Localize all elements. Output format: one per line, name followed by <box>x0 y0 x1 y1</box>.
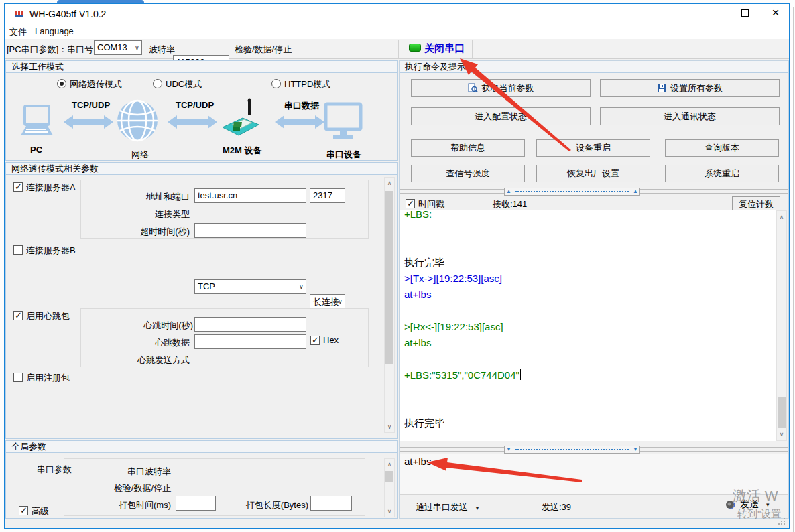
hex-label: Hex <box>323 335 339 345</box>
reset-count-button[interactable]: 复位计数 <box>732 196 780 212</box>
hb-time-input[interactable] <box>194 317 306 332</box>
send-via-dropdown[interactable]: 通过串口发送 ▾ <box>416 501 479 513</box>
log-line: 执行完毕 <box>404 415 776 431</box>
log-scrollbar[interactable]: ∧ ∨ <box>776 210 787 441</box>
query-version-button[interactable]: 查询版本 <box>665 139 779 157</box>
pack-len-input[interactable] <box>310 496 352 511</box>
scroll-up-icon[interactable]: ∧ <box>385 461 394 468</box>
server-port-input[interactable]: 2317 <box>310 188 345 203</box>
port-label: [PC串口参数]：串口号 <box>7 44 93 56</box>
timestamp-checkbox[interactable] <box>406 199 415 208</box>
diagram-link1-label: TCP/UDP <box>72 100 110 110</box>
log-line: at+lbs <box>404 287 776 303</box>
splitter-dots <box>515 449 629 450</box>
close-port-button[interactable]: 关闭串口 <box>424 42 465 55</box>
chevron-down-icon: ∨ <box>299 283 304 290</box>
close-button[interactable]: × <box>766 4 786 21</box>
keepalive-select[interactable]: 长连接 ∨ <box>310 294 345 309</box>
advanced-checkbox[interactable] <box>19 506 28 515</box>
register-checkbox[interactable] <box>13 373 23 382</box>
scrollbar-thumb[interactable] <box>385 471 393 482</box>
divider <box>5 515 789 515</box>
get-params-button[interactable]: 获取当前参数 <box>411 79 591 97</box>
radio-udc-mode[interactable] <box>153 79 162 88</box>
conn-type-select[interactable]: TCP ∨ <box>194 279 306 294</box>
system-restart-button[interactable]: 系统重启 <box>665 165 779 182</box>
scrollbar-thumb[interactable] <box>778 397 786 428</box>
net-params-header: 网络透传模式相关参数 <box>6 163 397 175</box>
activation-watermark-line2: 转到"设置 <box>737 508 781 521</box>
hb-data-label: 心跳数据 <box>107 337 190 349</box>
net-params-scrollbar[interactable]: ∧ ∨ <box>384 177 395 433</box>
conn-type-label: 连接类型 <box>107 208 190 220</box>
recv-count: 接收:141 <box>493 198 527 210</box>
scroll-up-icon[interactable]: ∧ <box>385 180 394 186</box>
global-params-scrollbar[interactable]: ∧ ∨ <box>384 458 395 517</box>
enter-comm-label: 进入通讯状态 <box>664 111 716 123</box>
globe-icon <box>116 99 159 142</box>
activation-watermark-line1: 激活 W <box>733 486 778 505</box>
log-line: at+lbs <box>404 335 776 351</box>
scroll-down-icon[interactable]: ∨ <box>385 423 394 430</box>
log-area[interactable]: +LBS:执行完毕>[Tx->][19:22:53][asc]at+lbs>[R… <box>400 210 776 441</box>
log-line: 执行完毕 <box>404 255 776 271</box>
double-arrow-icon <box>166 114 219 130</box>
log-line <box>404 383 776 399</box>
set-params-button[interactable]: 设置所有参数 <box>600 79 780 97</box>
signal-strength-button[interactable]: 查信号强度 <box>411 165 525 182</box>
radio-net-passthrough[interactable] <box>57 79 66 88</box>
work-mode-header: 选择工作模式 <box>6 61 397 73</box>
chevron-down-icon: ∨ <box>338 297 343 305</box>
title-bar <box>5 4 789 24</box>
log-line: >[Rx<-][19:22:53][asc] <box>404 319 776 335</box>
device-restart-button[interactable]: 设备重启 <box>536 139 650 157</box>
heartbeat-checkbox[interactable] <box>13 311 23 320</box>
minimize-button[interactable] <box>704 4 724 21</box>
scroll-up-icon[interactable]: ∧ <box>777 214 786 220</box>
pack-len-label: 打包长度(Bytes) <box>236 499 308 511</box>
global-params-header: 全局参数 <box>6 441 397 453</box>
maximize-button[interactable] <box>735 4 755 21</box>
pack-time-input[interactable] <box>176 496 216 511</box>
get-params-label: 获取当前参数 <box>482 82 534 94</box>
collapse-down-icon[interactable]: ▼ <box>505 447 513 452</box>
port-status-led <box>409 44 421 52</box>
collapse-up-icon[interactable]: ▲ <box>631 189 639 194</box>
scroll-down-icon[interactable]: ∨ <box>777 431 786 438</box>
diagram-link3-label: 串口数据 <box>284 100 319 112</box>
monitor-icon <box>324 102 363 141</box>
collapse-up-icon[interactable]: ▲ <box>505 189 513 194</box>
background-window-edge <box>793 7 794 532</box>
conn-type-value: TCP <box>198 281 215 291</box>
minimize-icon <box>711 13 718 13</box>
scrollbar-thumb[interactable] <box>385 191 393 364</box>
enter-comm-button[interactable]: 进入通讯状态 <box>600 107 780 125</box>
radio-net-passthrough-label: 网络透传模式 <box>70 78 122 90</box>
server-b-checkbox[interactable] <box>13 245 23 255</box>
g-parity-label: 检验/数据/停止 <box>101 482 171 494</box>
hex-checkbox[interactable] <box>310 336 320 345</box>
com-port-select[interactable]: COM13 ∨ <box>94 40 142 55</box>
server-addr-input[interactable]: test.usr.cn <box>194 188 306 203</box>
menu-file[interactable]: 文件 <box>9 26 27 38</box>
help-info-button[interactable]: 帮助信息 <box>411 139 525 157</box>
enter-config-label: 进入配置状态 <box>475 111 527 123</box>
sent-count: 发送:39 <box>542 501 571 513</box>
radio-httpd-mode[interactable] <box>271 79 281 88</box>
enter-config-button[interactable]: 进入配置状态 <box>411 107 591 125</box>
keepalive-value: 长连接 <box>313 297 339 307</box>
hb-data-input[interactable] <box>194 334 306 349</box>
splitter-handle[interactable]: ▲ ▲ <box>504 188 640 196</box>
server-a-checkbox[interactable] <box>13 182 23 192</box>
splitter-handle[interactable]: ▼ ▼ <box>504 446 640 454</box>
timeout-input[interactable] <box>194 223 306 238</box>
server-port-value: 2317 <box>313 190 332 200</box>
send-input-area[interactable]: at+lbs <box>400 454 788 494</box>
diagram-m2m-label: M2M 设备 <box>223 145 262 157</box>
collapse-down-icon[interactable]: ▼ <box>631 447 639 452</box>
scroll-down-icon[interactable]: ∨ <box>385 508 394 515</box>
factory-reset-button[interactable]: 恢复出厂设置 <box>536 165 650 182</box>
log-line: +LBS:"5315","0C744D04" <box>404 367 776 383</box>
menu-language[interactable]: Language <box>35 26 74 36</box>
double-arrow-icon <box>273 114 326 130</box>
